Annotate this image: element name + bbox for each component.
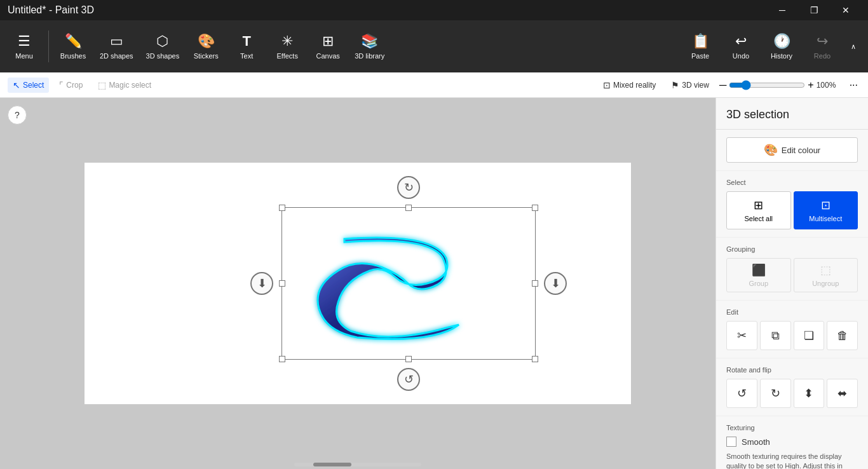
title-bar: Untitled* - Paint 3D ─ ❐ ✕: [0, 0, 868, 20]
zoom-plus[interactable]: +: [808, 79, 813, 91]
history-button[interactable]: 🕐 History: [763, 24, 801, 69]
2d-shapes-button[interactable]: ▭ 2D shapes: [95, 24, 139, 69]
undo-button[interactable]: ↩ Undo: [722, 24, 760, 69]
title-bar-title: Untitled* - Paint 3D: [8, 4, 94, 16]
3d-shapes-button[interactable]: ⬡ 3D shapes: [141, 24, 185, 69]
mixed-reality-button[interactable]: ⊡ Mixed reality: [598, 78, 661, 93]
restore-button[interactable]: ❐: [799, 0, 829, 20]
group-button: ⬛ Group: [726, 258, 791, 292]
duplicate-button[interactable]: ❏: [794, 321, 825, 350]
3d-library-button[interactable]: 📚 3D library: [349, 24, 390, 69]
help-button[interactable]: ?: [8, 105, 27, 125]
action-bar: ↖ Select ⌜ Crop ⬚ Magic select ⊡ Mixed r…: [0, 72, 868, 98]
zoom-control: ─ + 100%: [719, 79, 842, 91]
magic-select-icon: ⬚: [98, 80, 106, 90]
effects-button[interactable]: ✳ Effects: [268, 24, 306, 69]
2d-shapes-icon: ▭: [110, 33, 123, 50]
selection-box: ↻ ↺ ⬇ ⬇: [281, 207, 536, 360]
canvas-button[interactable]: ⊞ Canvas: [309, 24, 347, 69]
3d-library-icon: 📚: [361, 33, 378, 50]
text-button[interactable]: T Text: [227, 24, 266, 69]
redo-icon: ↪: [817, 33, 828, 50]
3d-view-button[interactable]: ⚑ 3D view: [666, 78, 714, 93]
minimize-button[interactable]: ─: [768, 0, 797, 20]
flip-horizontal-button[interactable]: ⬌: [827, 379, 858, 408]
texturing-note: Smooth texturing requires the display qu…: [726, 452, 858, 469]
text-icon: T: [242, 33, 250, 50]
select-buttons: ⊞ Select all ⊡ Multiselect: [726, 191, 858, 229]
smooth-row: Smooth: [726, 437, 858, 447]
delete-button[interactable]: 🗑: [827, 321, 858, 350]
rotate-section: Rotate and flip ↺ ↻ ⬍ ⬌: [716, 358, 868, 416]
select-button[interactable]: ↖ Select: [8, 78, 49, 93]
edit-buttons: ✂ ⧉ ❏ 🗑: [726, 321, 858, 350]
close-button[interactable]: ✕: [831, 0, 860, 20]
handle-middle-left[interactable]: [279, 280, 285, 287]
title-bar-controls: ─ ❐ ✕: [768, 0, 860, 20]
color-icon: 🎨: [764, 143, 778, 157]
group-icon: ⬛: [752, 263, 766, 277]
cut-button[interactable]: ✂: [726, 321, 757, 350]
handle-top-right[interactable]: [532, 205, 538, 211]
select-all-button[interactable]: ⊞ Select all: [726, 191, 791, 229]
multiselect-icon: ⊡: [821, 198, 831, 212]
more-options-button[interactable]: ···: [847, 77, 860, 93]
canvas-surface: ↻ ↺ ⬇ ⬇: [85, 163, 631, 404]
crop-button[interactable]: ⌜ Crop: [54, 78, 88, 93]
zoom-value: 100%: [817, 81, 842, 90]
texturing-section: Texturing Smooth Smooth texturing requir…: [716, 416, 868, 469]
expand-button[interactable]: ∧: [844, 24, 863, 69]
paste-icon: 📋: [692, 33, 709, 50]
grouping-buttons: ⬛ Group ⬚ Ungroup: [726, 258, 858, 292]
rotate-handle-left[interactable]: ⬇: [250, 272, 273, 295]
ungroup-button: ⬚ Ungroup: [794, 258, 858, 292]
rotate-handle-top[interactable]: ↻: [397, 176, 420, 199]
smooth-label: Smooth: [742, 437, 770, 447]
handle-middle-right[interactable]: [532, 280, 538, 287]
3d-view-icon: ⚑: [671, 80, 679, 90]
crop-icon: ⌜: [59, 80, 64, 90]
multiselect-button[interactable]: ⊡ Multiselect: [794, 191, 858, 229]
select-icon: ↖: [13, 80, 20, 90]
history-icon: 🕐: [773, 33, 790, 50]
menu-button[interactable]: ☰ Menu: [5, 24, 43, 69]
brushes-button[interactable]: ✏️ Brushes: [54, 24, 92, 69]
zoom-minus[interactable]: ─: [719, 79, 726, 91]
smooth-checkbox[interactable]: [726, 437, 736, 447]
stickers-icon: 🎨: [198, 33, 215, 50]
zoom-slider[interactable]: [729, 80, 805, 90]
rotate-left-button[interactable]: ↺: [726, 379, 757, 408]
flip-vertical-button[interactable]: ⬍: [794, 379, 825, 408]
3d-shapes-icon: ⬡: [156, 33, 168, 50]
main-content: ?: [0, 98, 868, 469]
effects-icon: ✳: [281, 33, 293, 50]
toolbar: ☰ Menu ✏️ Brushes ▭ 2D shapes ⬡ 3D shape…: [0, 20, 868, 72]
horizontal-scrollbar[interactable]: [294, 463, 421, 466]
paste-button[interactable]: 📋 Paste: [681, 24, 719, 69]
select-all-icon: ⊞: [754, 198, 763, 212]
rotate-right-button[interactable]: ↻: [760, 379, 791, 408]
edit-section: Edit ✂ ⧉ ❏ 🗑: [716, 301, 868, 358]
brushes-icon: ✏️: [65, 33, 82, 50]
rotate-handle-bottom[interactable]: ↺: [397, 368, 420, 391]
stickers-button[interactable]: 🎨 Stickers: [187, 24, 225, 69]
handle-top-center[interactable]: [405, 205, 412, 211]
handle-bottom-right[interactable]: [532, 356, 538, 362]
edit-colour-button[interactable]: 🎨 Edit colour: [726, 137, 858, 163]
toolbar-right: 📋 Paste ↩ Undo 🕐 History ↪ Redo ∧: [681, 24, 863, 69]
copy-button[interactable]: ⧉: [760, 321, 791, 350]
canvas-icon: ⊞: [322, 33, 334, 50]
magic-select-button[interactable]: ⬚ Magic select: [93, 78, 156, 93]
scrollbar-thumb: [313, 463, 351, 466]
toolbar-divider-1: [48, 31, 49, 62]
rotate-handle-right[interactable]: ⬇: [544, 272, 567, 295]
handle-bottom-center[interactable]: [405, 356, 412, 362]
redo-button[interactable]: ↪ Redo: [803, 24, 841, 69]
grouping-section: Grouping ⬛ Group ⬚ Ungroup: [716, 238, 868, 301]
ungroup-icon: ⬚: [820, 263, 831, 277]
canvas-area[interactable]: ?: [0, 98, 715, 469]
undo-icon: ↩: [735, 33, 747, 50]
mixed-reality-icon: ⊡: [603, 80, 611, 90]
handle-top-left[interactable]: [279, 205, 285, 211]
handle-bottom-left[interactable]: [279, 356, 285, 362]
